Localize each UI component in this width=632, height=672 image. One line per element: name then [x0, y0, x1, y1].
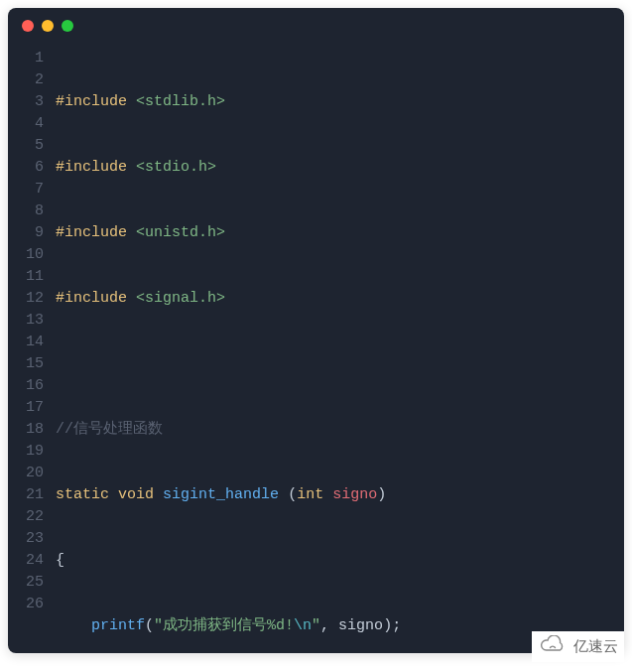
preproc-token: #include [56, 290, 127, 307]
line-number: 4 [26, 113, 44, 135]
include-path: <stdlib.h> [127, 93, 225, 110]
code-line: //信号处理函数 [56, 419, 624, 441]
punct-token: ( [145, 617, 154, 634]
window-titlebar [8, 8, 624, 44]
line-number: 8 [26, 201, 44, 222]
punct-token: ) [377, 486, 386, 503]
close-icon[interactable] [22, 20, 34, 32]
line-number: 13 [26, 310, 44, 332]
include-path: <stdio.h> [127, 159, 216, 176]
cloud-icon [538, 635, 568, 658]
include-path: <signal.h> [127, 290, 225, 307]
line-number: 5 [26, 135, 44, 157]
line-number: 3 [26, 91, 44, 113]
string-token: "成功捕获到信号%d! [154, 617, 294, 634]
keyword-token: int [297, 486, 323, 503]
line-number: 23 [26, 528, 44, 550]
line-number: 25 [26, 572, 44, 594]
code-editor-body: 1234567891011121314151617181920212223242… [8, 44, 624, 653]
escape-token: \n [294, 617, 312, 634]
punct-token: ( [288, 486, 297, 503]
line-number: 14 [26, 332, 44, 353]
line-number: 1 [26, 48, 44, 69]
line-number: 24 [26, 550, 44, 572]
preproc-token: #include [56, 224, 127, 241]
line-number: 12 [26, 288, 44, 310]
line-number: 11 [26, 266, 44, 288]
indent [56, 617, 91, 634]
code-line: #include <stdio.h> [56, 157, 624, 179]
code-line: static void sigint_handle (int signo) [56, 484, 624, 506]
line-number: 26 [26, 594, 44, 615]
code-line: { [56, 550, 624, 572]
code-content[interactable]: #include <stdlib.h> #include <stdio.h> #… [56, 48, 624, 653]
line-number: 10 [26, 244, 44, 266]
function-call: printf [91, 617, 145, 634]
code-line: #include <stdlib.h> [56, 91, 624, 113]
string-token: " [312, 617, 320, 634]
line-number: 19 [26, 441, 44, 463]
watermark-badge: 亿速云 [532, 631, 624, 662]
line-number: 21 [26, 484, 44, 506]
punct-token: { [56, 552, 64, 569]
line-number: 9 [26, 222, 44, 244]
line-number: 7 [26, 179, 44, 201]
preproc-token: #include [56, 159, 127, 176]
line-number: 18 [26, 419, 44, 441]
code-line: #include <signal.h> [56, 288, 624, 310]
code-line [56, 353, 624, 375]
watermark-text: 亿速云 [573, 637, 618, 656]
function-name: sigint_handle [163, 486, 279, 503]
line-number: 6 [26, 157, 44, 179]
comment-token: //信号处理函数 [56, 421, 163, 438]
line-number: 22 [26, 506, 44, 528]
line-number: 17 [26, 397, 44, 419]
include-path: <unistd.h> [127, 224, 225, 241]
ident-token: , signo [320, 617, 383, 634]
param-token: signo [323, 486, 377, 503]
code-line: #include <unistd.h> [56, 222, 624, 244]
maximize-icon[interactable] [62, 20, 73, 32]
line-number: 15 [26, 353, 44, 375]
keyword-token: static [56, 486, 109, 503]
line-number: 16 [26, 375, 44, 397]
punct-token: ); [383, 617, 401, 634]
code-editor-window: 1234567891011121314151617181920212223242… [8, 8, 624, 653]
line-number: 20 [26, 463, 44, 484]
preproc-token: #include [56, 93, 127, 110]
keyword-token: void [118, 486, 154, 503]
line-number-gutter: 1234567891011121314151617181920212223242… [8, 48, 56, 653]
minimize-icon[interactable] [42, 20, 54, 32]
line-number: 2 [26, 69, 44, 91]
